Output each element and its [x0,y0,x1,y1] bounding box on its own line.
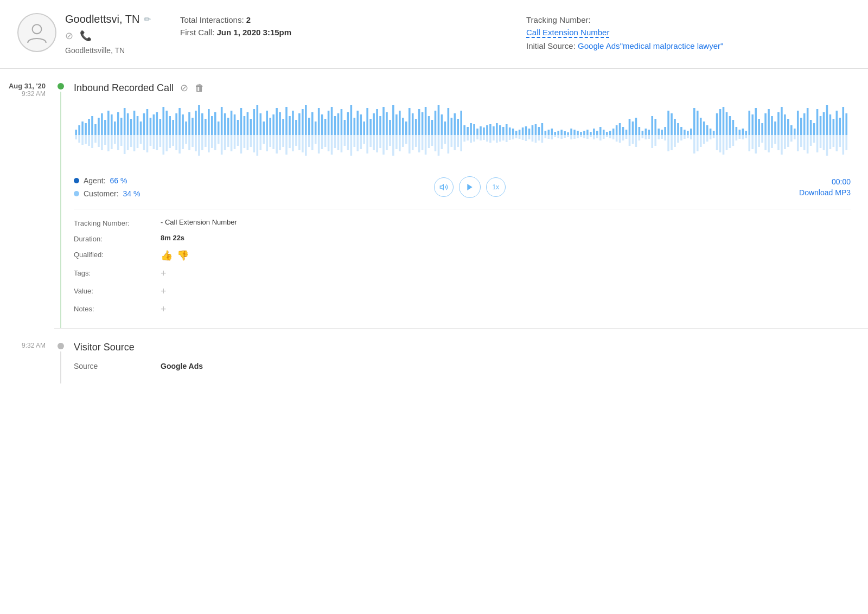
svg-rect-37 [192,118,194,135]
svg-rect-34 [182,114,184,135]
download-mp3-link[interactable]: Download MP3 [799,188,851,197]
svg-rect-190 [687,131,689,135]
svg-marker-480 [467,184,472,190]
thumbs-up-icon[interactable]: 👍 [161,250,173,261]
svg-rect-70 [298,113,301,135]
svg-rect-348 [425,135,427,155]
svg-rect-29 [165,111,168,135]
svg-rect-370 [496,135,498,143]
svg-rect-129 [489,124,492,135]
svg-rect-300 [269,135,271,147]
svg-rect-33 [178,108,181,135]
svg-rect-175 [639,127,641,135]
svg-rect-461 [790,135,793,142]
tags-add-icon[interactable]: + [161,268,167,279]
timeline-dot-green [58,83,64,89]
svg-rect-86 [350,105,353,135]
svg-rect-349 [428,135,430,148]
timeline-line [60,92,61,328]
play-button[interactable] [459,176,481,198]
svg-rect-166 [609,131,611,135]
svg-rect-475 [836,135,838,151]
block-icon[interactable]: ⊘ [65,30,73,42]
svg-rect-115 [444,121,446,135]
svg-rect-299 [266,135,268,151]
svg-rect-363 [473,135,475,142]
value-add-icon[interactable]: + [161,286,167,297]
svg-rect-172 [629,119,631,135]
svg-rect-478 [845,135,847,150]
svg-rect-325 [350,135,353,156]
visitor-source-content: Visitor Source Source Google Ads [67,342,868,383]
svg-rect-412 [632,135,634,144]
svg-rect-182 [661,130,663,135]
svg-rect-347 [422,135,424,150]
svg-rect-376 [515,135,518,138]
svg-rect-232 [823,112,825,135]
svg-rect-209 [748,111,750,135]
svg-rect-16 [124,108,126,135]
svg-rect-371 [499,135,501,142]
svg-rect-434 [703,135,705,144]
svg-rect-155 [573,130,576,135]
svg-rect-223 [794,129,796,135]
svg-rect-333 [376,135,378,152]
svg-rect-335 [382,135,385,155]
svg-rect-57 [257,105,259,135]
svg-rect-150 [557,131,559,135]
svg-rect-101 [399,111,401,135]
svg-rect-76 [318,108,320,135]
svg-rect-212 [758,119,760,135]
svg-rect-79 [328,111,330,135]
svg-rect-4 [85,123,87,135]
speed-button[interactable]: 1x [486,177,506,197]
tags-add: + [161,268,851,279]
svg-rect-366 [483,135,485,140]
svg-rect-352 [438,135,440,156]
svg-rect-455 [771,135,773,148]
svg-rect-445 [739,135,741,139]
svg-rect-187 [677,123,679,135]
timeline-time: 9:32 AM [0,90,46,98]
svg-rect-451 [758,135,760,147]
svg-rect-112 [435,111,437,135]
svg-rect-27 [159,119,162,135]
svg-rect-98 [389,120,391,135]
svg-rect-476 [839,135,841,147]
svg-rect-11 [107,111,110,135]
svg-rect-109 [425,107,427,135]
svg-rect-285 [221,135,223,155]
svg-rect-249 [104,135,106,145]
trash-icon[interactable]: 🗑 [195,82,205,94]
svg-rect-301 [272,135,275,149]
svg-rect-421 [661,135,663,139]
svg-rect-474 [833,135,835,147]
svg-rect-136 [512,129,514,135]
svg-rect-149 [554,132,556,135]
mute-icon[interactable]: ⊘ [180,82,188,94]
volume-button[interactable] [434,177,454,197]
svg-rect-258 [133,135,136,151]
thumbs-down-icon[interactable]: 👎 [177,250,189,261]
svg-rect-417 [648,135,650,139]
edit-icon[interactable]: ✏ [144,14,151,24]
notes-add-icon[interactable]: + [161,304,167,315]
waveform-container[interactable] [74,103,851,168]
svg-rect-113 [438,105,440,135]
svg-rect-291 [240,135,242,154]
call-extension-link[interactable]: Call Extension Number [526,28,609,38]
svg-rect-403 [603,135,605,139]
svg-rect-294 [250,135,252,147]
customer-stat: Customer: 34 % [74,189,141,198]
svg-rect-429 [687,135,689,138]
svg-rect-470 [820,135,822,148]
phone-icon[interactable]: 📞 [80,30,92,42]
svg-rect-416 [645,135,647,139]
svg-rect-387 [551,135,553,139]
initial-source-provider-link[interactable]: Google Ads [578,41,620,50]
svg-rect-125 [476,129,478,135]
svg-rect-288 [231,135,233,151]
svg-rect-374 [509,135,511,140]
svg-rect-158 [583,131,585,135]
svg-rect-176 [642,131,644,135]
